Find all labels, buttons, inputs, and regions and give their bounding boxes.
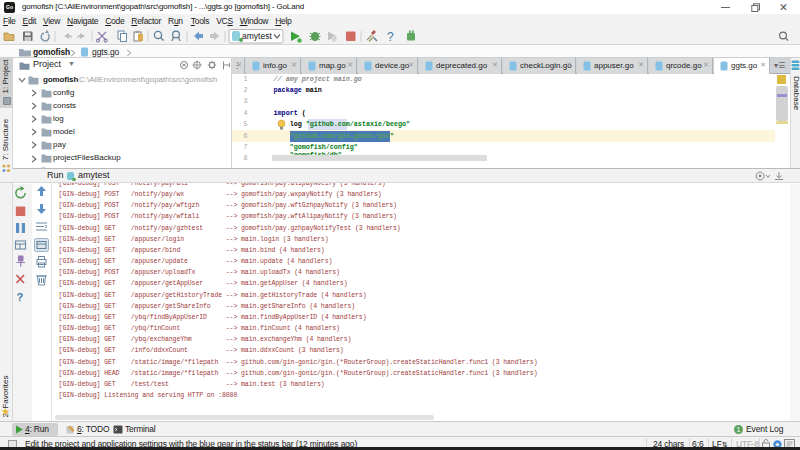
svg-text:?: ? bbox=[17, 291, 24, 303]
svg-text:?: ? bbox=[387, 30, 394, 44]
svg-text:amytest: amytest bbox=[242, 31, 272, 41]
